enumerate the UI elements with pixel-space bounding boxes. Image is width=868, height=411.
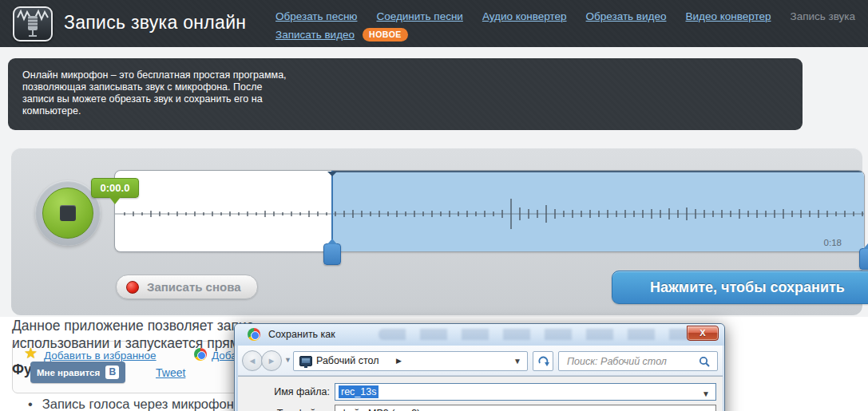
history-chevron-icon[interactable]: ▼ (284, 356, 291, 364)
filetype-label: Тип файла: (242, 408, 330, 411)
time-label: 0:00.0 (101, 182, 130, 194)
record-again-button[interactable]: Записать снова (116, 275, 258, 299)
nav-link-cut-song[interactable]: Обрезать песню (275, 10, 357, 22)
dialog-title: Сохранить как (268, 329, 335, 340)
desktop-icon (299, 356, 312, 366)
info-box: Онлайн микрофон – это бесплатная простая… (8, 58, 803, 130)
search-placeholder: Поиск: Рабочий стол (567, 356, 667, 367)
recorder-panel: 0:18 0:00.0 Записать снова Нажмите, чтоб… (11, 148, 862, 315)
feature-text: Запись голоса через микрофон (42, 397, 234, 411)
back-button[interactable]: ◄ (242, 350, 263, 371)
page-title: Запись звука онлайн (64, 12, 246, 34)
nav-link-audio-converter[interactable]: Аудио конвертер (482, 10, 567, 22)
dialog-title-bar[interactable]: Сохранить как X (235, 324, 724, 346)
new-badge: НОВОЕ (363, 28, 408, 41)
breadcrumb-arrow-icon[interactable]: ▶ (396, 357, 402, 365)
record-again-label: Записать снова (147, 280, 241, 294)
filetype-value: файл MP3 (.mp3) (340, 408, 420, 411)
nav-current-record-sound: Запись звука (790, 10, 855, 22)
filename-dropdown-icon[interactable]: ▼ (702, 389, 710, 398)
vk-like-label: Мне нравится (37, 368, 100, 377)
address-dropdown-icon[interactable]: ▼ (513, 357, 521, 366)
description-line-1: Данное приложение позволяет запис (12, 318, 254, 334)
close-button[interactable]: X (687, 326, 719, 341)
secondary-nav: Записать видео НОВОЕ (275, 28, 408, 41)
waveform-panel[interactable]: 0:18 (114, 170, 865, 252)
address-bar[interactable]: Рабочий стол ▶ ▼ (293, 351, 528, 371)
filename-label: Имя файла: (242, 386, 330, 397)
vk-logo-icon: В (105, 366, 119, 379)
tweet-link[interactable]: Tweet (156, 366, 185, 379)
dialog-toolbar: ◄ ► ▼ Рабочий стол ▶ ▼ Поиск: Рабочий ст… (238, 346, 723, 376)
time-bubble-tail (109, 197, 121, 204)
filetype-select[interactable]: файл MP3 (.mp3) ▼ (335, 405, 716, 411)
nav-link-video-converter[interactable]: Видео конвертер (685, 10, 771, 22)
time-bubble: 0:00.0 (91, 178, 139, 198)
selection-start-marker (327, 172, 337, 176)
nav-link-join-songs[interactable]: Соединить песни (376, 10, 462, 22)
main-nav: Обрезать песню Соединить песни Аудио кон… (275, 10, 855, 22)
nav-link-cut-video[interactable]: Обрезать видео (586, 10, 667, 22)
info-text: Онлайн микрофон – это бесплатная простая… (22, 69, 291, 117)
site-header: Запись звука онлайн Обрезать песню Соеди… (0, 0, 868, 47)
vk-like-button[interactable]: Мне нравится В (30, 362, 125, 383)
filename-value: rec_13s (339, 385, 379, 398)
forward-button[interactable]: ► (261, 350, 282, 371)
chrome-icon (194, 348, 207, 361)
section-heading: Фу (12, 362, 32, 378)
search-icon (699, 356, 711, 368)
filename-input[interactable]: rec_13s ▼ (335, 383, 716, 401)
chrome-app-icon (248, 328, 260, 341)
address-location: Рабочий стол (316, 355, 379, 366)
save-recording-button[interactable]: Нажмите, чтобы сохранить (612, 271, 868, 304)
duration-label: 0:18 (824, 238, 842, 247)
search-input[interactable]: Поиск: Рабочий стол (558, 351, 718, 371)
waveform-graphic (115, 171, 865, 252)
selection-right-handle[interactable] (859, 248, 868, 270)
feature-bullet: •Запись голоса через микрофон (28, 397, 234, 411)
save-as-dialog: Сохранить как X ◄ ► ▼ Рабочий стол ▶ ▼ П… (234, 323, 725, 411)
nav-link-record-video[interactable]: Записать видео (275, 29, 355, 41)
stop-button[interactable] (42, 188, 93, 239)
star-icon: ★ (24, 344, 38, 362)
glass-blur-effect (379, 329, 698, 340)
site-logo-icon[interactable] (13, 6, 53, 41)
add-to-favorites-link[interactable]: Добавить в избранное (44, 350, 157, 362)
bullet-dot: • (28, 397, 33, 411)
selection-left-handle[interactable] (323, 243, 341, 265)
stop-icon (60, 205, 76, 221)
refresh-button[interactable] (533, 351, 553, 371)
dialog-content: Имя файла: rec_13s ▼ Тип файла: файл MP3… (238, 376, 723, 411)
record-icon (126, 281, 139, 294)
